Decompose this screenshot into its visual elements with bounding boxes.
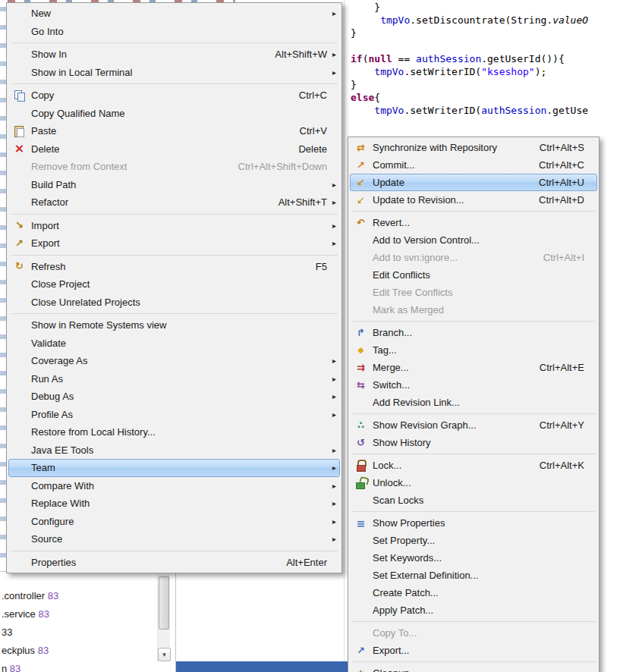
team-item-add-to-version-control[interactable]: Add to Version Control... <box>350 231 597 249</box>
menu-item-export[interactable]: Export▸ <box>8 234 340 253</box>
submenu-arrow-icon: ▸ <box>327 239 336 247</box>
icon-placeholder <box>13 408 26 420</box>
list-item[interactable]: 33 <box>0 623 176 642</box>
menu-item-run-as[interactable]: Run As▸ <box>8 370 340 388</box>
menu-item-delete[interactable]: DeleteDelete <box>8 140 340 159</box>
team-item-set-keywords[interactable]: Set Keywords... <box>350 549 597 567</box>
team-item-export[interactable]: Export... <box>350 642 597 659</box>
menu-item-copy-qualified-name[interactable]: Copy Qualified Name <box>8 105 340 123</box>
refresh-icon <box>13 260 26 272</box>
menu-item-properties[interactable]: PropertiesAlt+Enter <box>8 554 340 572</box>
lock-icon <box>354 460 367 472</box>
menu-item-paste[interactable]: PasteCtrl+V <box>8 122 340 140</box>
menu-item-label: Revert... <box>373 217 410 228</box>
team-item-create-patch[interactable]: Create Patch... <box>350 584 597 601</box>
team-item-update-to-revision[interactable]: Update to Revision...Ctrl+Alt+D <box>350 191 597 209</box>
team-item-edit-conflicts[interactable]: Edit Conflicts <box>350 266 597 284</box>
menu-item-label: Add to Version Control... <box>373 234 480 246</box>
menu-item-shortcut: Ctrl+Alt+I <box>527 252 584 263</box>
list-item[interactable]: .service 83 <box>0 605 176 623</box>
team-item-revert[interactable]: Revert... <box>350 214 597 231</box>
menu-item-source[interactable]: Source▸ <box>8 530 340 548</box>
menu-item-show-in-local-terminal[interactable]: Show in Local Terminal▸ <box>8 64 340 82</box>
team-item-show-history[interactable]: Show History <box>350 434 597 451</box>
icon-placeholder <box>13 426 26 438</box>
team-item-scan-locks[interactable]: Scan Locks <box>350 491 597 509</box>
menu-item-show-in-remote-systems-view[interactable]: Show in Remote Systems view <box>8 316 340 334</box>
team-item-copy-to[interactable]: Copy To... <box>350 624 597 642</box>
menu-item-java-ee-tools[interactable]: Java EE Tools▸ <box>8 441 340 460</box>
team-item-unlock[interactable]: Unlock... <box>350 474 597 491</box>
team-item-show-properties[interactable]: Show Properties <box>350 514 597 532</box>
team-item-tag[interactable]: Tag... <box>350 341 597 359</box>
menu-item-import[interactable]: Import▸ <box>8 217 340 235</box>
list-item-label: eckplus <box>2 645 35 656</box>
java-code-editor[interactable]: } tmpVo.setDiscountrate(String.valueO} i… <box>346 0 620 152</box>
team-item-add-revision-link[interactable]: Add Revision Link... <box>350 394 597 411</box>
menu-item-compare-with[interactable]: Compare With▸ <box>8 477 340 495</box>
menu-item-close-unrelated-projects[interactable]: Close Unrelated Projects <box>8 294 340 312</box>
menu-item-replace-with[interactable]: Replace With▸ <box>8 495 340 513</box>
team-item-show-revision-graph[interactable]: Show Revision Graph...Ctrl+Alt+Y <box>350 416 597 434</box>
team-item-lock[interactable]: Lock...Ctrl+Alt+K <box>350 457 597 474</box>
team-item-apply-patch[interactable]: Apply Patch... <box>350 601 597 619</box>
unlock-icon <box>354 477 367 489</box>
menu-item-refactor[interactable]: RefactorAlt+Shift+T▸ <box>8 193 340 212</box>
menu-item-label: Unlock... <box>373 477 411 488</box>
menu-item-validate[interactable]: Validate <box>8 334 340 353</box>
list-item[interactable]: n 83 <box>0 660 176 672</box>
team-item-branch[interactable]: Branch... <box>350 324 597 341</box>
list-item[interactable]: .controller 83 <box>0 587 176 605</box>
team-item-mark-as-merged[interactable]: Mark as Merged <box>350 301 597 319</box>
scrollbar-down-button[interactable]: ▾ <box>158 648 171 661</box>
menu-item-close-project[interactable]: Close Project <box>8 275 340 294</box>
vertical-scrollbar[interactable]: ▾ <box>157 575 170 661</box>
delete-icon <box>13 143 26 155</box>
code-token: .getUserId()){ <box>481 53 565 64</box>
menu-item-label: Show in Local Terminal <box>31 67 132 78</box>
menu-item-label: Mark as Merged <box>373 304 444 316</box>
code-token: ); <box>535 66 547 77</box>
menu-item-label: Copy <box>31 89 54 101</box>
menu-item-shortcut: Ctrl+C <box>282 89 327 101</box>
menu-item-coverage-as[interactable]: Coverage As▸ <box>8 352 340 370</box>
icon-placeholder <box>13 296 26 308</box>
team-item-switch[interactable]: Switch... <box>350 376 597 394</box>
menu-item-go-into[interactable]: Go Into <box>8 23 340 41</box>
team-item-update[interactable]: UpdateCtrl+Alt+U <box>350 174 597 191</box>
panel-divider[interactable] <box>175 572 176 672</box>
menu-item-refresh[interactable]: RefreshF5 <box>8 258 340 276</box>
menu-item-shortcut: Ctrl+Alt+U <box>522 177 584 188</box>
project-context-menu: New▸Go IntoShow InAlt+Shift+W▸Show in Lo… <box>6 2 342 573</box>
menu-item-copy[interactable]: CopyCtrl+C <box>8 86 340 105</box>
menu-item-debug-as[interactable]: Debug As▸ <box>8 388 340 406</box>
submenu-arrow-icon: ▸ <box>327 375 336 383</box>
code-line: else{ <box>351 91 620 104</box>
menu-item-remove-from-context[interactable]: Remove from ContextCtrl+Alt+Shift+Down <box>8 158 340 176</box>
icon-placeholder <box>13 391 26 403</box>
menu-item-new[interactable]: New▸ <box>8 5 340 23</box>
menu-item-configure[interactable]: Configure▸ <box>8 513 340 531</box>
team-item-add-to-svn-ignore[interactable]: Add to svn:ignore...Ctrl+Alt+I <box>350 249 597 266</box>
menu-item-shortcut: Ctrl+Alt+Shift+Down <box>222 161 327 172</box>
menu-item-label: Source <box>31 533 62 545</box>
menu-item-restore-from-local-history[interactable]: Restore from Local History... <box>8 423 340 441</box>
menu-item-profile-as[interactable]: Profile As▸ <box>8 406 340 424</box>
menu-item-label: Export <box>31 237 60 249</box>
team-item-set-external-definition[interactable]: Set External Definition... <box>350 567 597 584</box>
list-item[interactable]: eckplus 83 <box>0 642 176 660</box>
menu-item-show-in[interactable]: Show InAlt+Shift+W▸ <box>8 46 340 64</box>
team-item-cleanup[interactable]: Cleanup <box>350 664 597 672</box>
team-item-set-property[interactable]: Set Property... <box>350 532 597 549</box>
icon-placeholder <box>13 161 26 173</box>
team-item-commit[interactable]: Commit...Ctrl+Alt+C <box>350 156 597 174</box>
team-item-merge[interactable]: Merge...Ctrl+Alt+E <box>350 359 597 376</box>
menu-item-label: Lock... <box>373 460 401 471</box>
menu-item-team[interactable]: Team▸ <box>8 459 340 477</box>
team-item-edit-tree-conflicts[interactable]: Edit Tree Conflicts <box>350 284 597 301</box>
scrollbar-thumb[interactable] <box>159 576 169 630</box>
team-item-synchronize-with-repository[interactable]: Synchronize with RepositoryCtrl+Alt+S <box>350 139 597 156</box>
menu-item-build-path[interactable]: Build Path▸ <box>8 176 340 194</box>
menu-item-label: Show Revision Graph... <box>373 419 477 431</box>
window-bottom-strip <box>176 661 348 672</box>
